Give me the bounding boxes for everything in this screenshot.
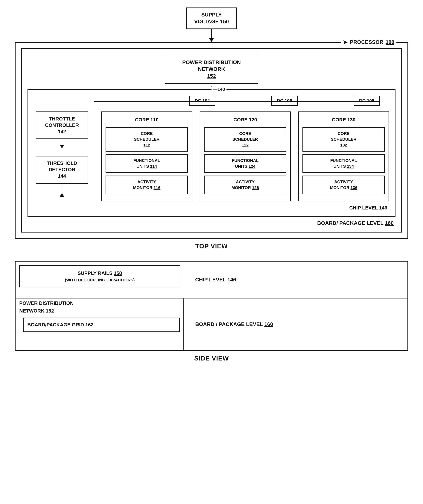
supply-arrow-head — [209, 38, 214, 42]
main-diagram: SUPPLY VOLTAGE 150 ➤ PROCESSOR 100 POWER… — [11, 7, 412, 362]
functional-units-124: FUNCTIONAL UNITS 124 — [204, 154, 286, 173]
core-scheduler-122: CORE SCHEDULER 122 — [204, 127, 286, 152]
activity-monitor-136: ACTIVITY MONITOR 136 — [302, 175, 385, 194]
core-block-130: CORE 130 CORE SCHEDULER 132 FUNCTIONAL U… — [298, 111, 389, 201]
side-left-top: SUPPLY RAILS 158 (WITH DECOUPLING CAPACI… — [16, 262, 184, 298]
pdn-side-label: POWER DISTRIBUTION — [19, 300, 180, 306]
threshold-feedback-line — [62, 186, 62, 193]
threshold-feedback-arrow — [60, 193, 64, 197]
pdn-box-top: POWER DISTRIBUTION NETWORK 152 — [165, 55, 258, 84]
supply-rails-box: SUPPLY RAILS 158 (WITH DECOUPLING CAPACI… — [19, 265, 180, 288]
side-chip-outer: SUPPLY RAILS 158 (WITH DECOUPLING CAPACI… — [15, 261, 408, 299]
chip-level-inner: —140 DC 104 DC 106 — [28, 89, 395, 217]
side-chip-level-label: CHIP LEVEL 146 — [195, 277, 236, 283]
dc-box-104: DC 104 — [189, 96, 215, 106]
activity-monitor-126: ACTIVITY MONITOR 126 — [204, 175, 286, 194]
core-block-120: CORE 120 CORE SCHEDULER 122 FUNCTIONAL U… — [200, 111, 291, 201]
core-110-title: CORE 110 — [106, 116, 188, 124]
throttle-threshold-arrow — [60, 145, 64, 148]
throttle-threshold-line — [62, 139, 62, 145]
functional-units-134: FUNCTIONAL UNITS 134 — [302, 154, 385, 173]
side-view-label: SIDE VIEW — [15, 355, 408, 362]
side-pdn-area: POWER DISTRIBUTION NETWORK 152 BOARD/PAC… — [16, 299, 184, 350]
left-column: THROTTLE CONTROLLER 142 THRESHOLD DETECT… — [34, 111, 90, 197]
pdn-label: POWER DISTRIBUTION NETWORK — [173, 59, 250, 73]
supply-voltage-ref: 150 — [220, 18, 229, 24]
core-scheduler-132: CORE SCHEDULER 132 — [302, 127, 385, 152]
core-block-110: CORE 110 CORE SCHEDULER 112 FUNCTIONAL U… — [101, 111, 192, 201]
processor-label: ➤ PROCESSOR 100 — [341, 39, 396, 46]
board-grid-box: BOARD/PACKAGE GRID 162 — [23, 318, 180, 332]
pdn-ref: 152 — [173, 73, 250, 79]
top-view-label: TOP VIEW — [15, 242, 408, 250]
bus-ref-label: —140 — [212, 87, 226, 92]
functional-units-114: FUNCTIONAL UNITS 114 — [106, 154, 188, 173]
pdn-side-label2: NETWORK 152 — [19, 308, 180, 314]
cores-row: CORE 110 CORE SCHEDULER 112 FUNCTIONAL U… — [101, 111, 389, 201]
side-board-outer: POWER DISTRIBUTION NETWORK 152 BOARD/PAC… — [15, 299, 408, 351]
dc-box-106: DC 106 — [271, 96, 297, 106]
side-chip-label-area: CHIP LEVEL 146 — [184, 262, 407, 298]
board-grid-label: BOARD/PACKAGE GRID 162 — [27, 322, 93, 328]
throttle-controller-box: THROTTLE CONTROLLER 142 — [36, 111, 88, 139]
main-content-row: THROTTLE CONTROLLER 142 THRESHOLD DETECT… — [34, 111, 389, 201]
core-scheduler-112: CORE SCHEDULER 112 — [106, 127, 188, 152]
processor-outer: ➤ PROCESSOR 100 POWER DISTRIBUTION NETWO… — [15, 42, 408, 239]
supply-voltage-box: SUPPLY VOLTAGE 150 — [186, 7, 237, 29]
supply-voltage-wrapper: SUPPLY VOLTAGE 150 — [15, 7, 408, 42]
activity-monitor-116: ACTIVITY MONITOR 116 — [106, 175, 188, 194]
bus-line — [94, 101, 380, 102]
chip-level-label: CHIP LEVEL 146 — [34, 205, 389, 211]
board-package-outer: POWER DISTRIBUTION NETWORK 152 —140 — [21, 48, 402, 233]
dc-box-108: DC 108 — [354, 96, 380, 106]
board-package-label-top: BOARD/ PACKAGE LEVEL 160 — [28, 220, 395, 226]
top-view-section: SUPPLY VOLTAGE 150 ➤ PROCESSOR 100 POWER… — [15, 7, 408, 250]
threshold-detector-box: THRESHOLD DETECTOR 144 — [36, 156, 88, 183]
supply-arrow-line — [211, 29, 212, 38]
core-130-title: CORE 130 — [302, 116, 385, 124]
side-board-label-area: BOARD / PACKAGE LEVEL 160 — [184, 299, 407, 350]
side-view-section: SUPPLY RAILS 158 (WITH DECOUPLING CAPACI… — [15, 261, 408, 362]
core-120-title: CORE 120 — [204, 116, 286, 124]
supply-voltage-label: SUPPLY VOLTAGE — [194, 12, 222, 24]
side-board-level-label: BOARD / PACKAGE LEVEL 160 — [195, 321, 273, 327]
